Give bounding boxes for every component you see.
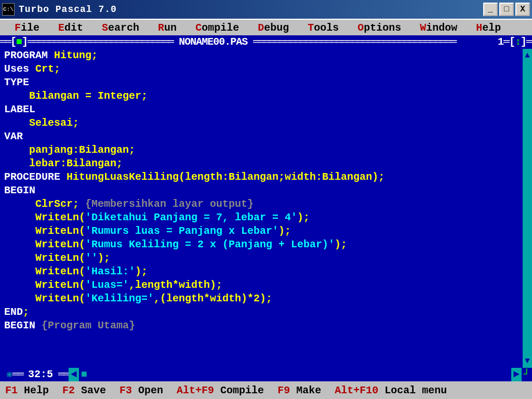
code-line: Bilangan = Integer;: [4, 89, 528, 103]
code-line: END;: [4, 305, 528, 319]
code-line: Selesai;: [4, 116, 528, 130]
editor-filename: NONAME00.PAS: [173, 35, 253, 49]
code-line: PROCEDURE HitungLuasKeliling(length:Bila…: [4, 170, 528, 184]
editor-area: ══[■]════════════════════════════ NONAME…: [0, 35, 532, 381]
status-make[interactable]: F9 Make: [277, 384, 321, 396]
status-save[interactable]: F2 Save: [62, 384, 106, 396]
title-text: Turbo Pascal 7.0: [19, 4, 483, 15]
maximize-editor-icon[interactable]: ↕: [515, 35, 521, 49]
menu-tools[interactable]: Tools: [298, 20, 348, 36]
window-controls: _ □ X: [483, 3, 530, 16]
menubar: File Edit Search Run Compile Debug Tools…: [0, 19, 532, 35]
app-icon: C:\: [2, 3, 15, 16]
menu-run[interactable]: Run: [149, 20, 186, 36]
resize-corner-icon[interactable]: ┘: [522, 368, 532, 381]
code-line: VAR: [4, 130, 528, 143]
menu-search[interactable]: Search: [92, 20, 149, 36]
code-line: WriteLn('Rumus Keliling = 2 x (Panjang +…: [4, 238, 528, 251]
status-help[interactable]: F1 Help: [5, 384, 49, 396]
code-line: lebar:Bilangan;: [4, 157, 528, 170]
editor-close-icon[interactable]: ■: [16, 35, 22, 49]
minimize-button[interactable]: _: [483, 3, 498, 16]
scroll-down-icon[interactable]: ▼: [525, 354, 530, 368]
vertical-scrollbar[interactable]: ▲ ■ ▼: [523, 49, 532, 368]
code-line: LABEL: [4, 103, 528, 116]
menu-file[interactable]: File: [5, 20, 49, 36]
editor-frame-top: ══[■]════════════════════════════ NONAME…: [0, 35, 532, 49]
code-line: ClrScr; {Membersihkan layar output}: [4, 197, 528, 211]
code-line: PROGRAM Hitung;: [4, 49, 528, 62]
scroll-up-icon[interactable]: ▲: [525, 49, 530, 62]
statusbar: F1 Help F2 Save F3 Open Alt+F9 Compile F…: [0, 381, 532, 399]
status-compile[interactable]: Alt+F9 Compile: [177, 384, 264, 396]
code-line: WriteLn('Hasil:');: [4, 265, 528, 278]
scroll-right-icon[interactable]: ►: [511, 368, 522, 381]
code-line: panjang:Bilangan;: [4, 143, 528, 157]
code-editor[interactable]: PROGRAM Hitung; Uses Crt; TYPE Bilangan …: [0, 49, 532, 368]
frame-line-icon: ══: [0, 35, 10, 49]
code-line: WriteLn('Luas=',length*width);: [4, 278, 528, 292]
window-number: 1: [498, 35, 503, 49]
status-open[interactable]: F3 Open: [119, 384, 163, 396]
editor-frame-bottom: ❋══ 32:5 ══◄■►┘: [0, 368, 532, 381]
code-line: WriteLn('Keliling=',(length*width)*2);: [4, 292, 528, 305]
status-localmenu[interactable]: Alt+F10 Local menu: [335, 384, 447, 396]
menu-window[interactable]: Window: [410, 20, 467, 36]
maximize-button[interactable]: □: [499, 3, 514, 16]
menu-compile[interactable]: Compile: [186, 20, 248, 36]
menu-edit[interactable]: Edit: [49, 20, 92, 36]
menu-options[interactable]: Options: [348, 20, 410, 36]
code-line: BEGIN {Program Utama}: [4, 319, 528, 332]
code-line: WriteLn('');: [4, 251, 528, 265]
titlebar[interactable]: C:\ Turbo Pascal 7.0 _ □ X: [0, 0, 532, 19]
code-line: WriteLn('Diketahui Panjang = 7, lebar = …: [4, 211, 528, 224]
app-window: C:\ Turbo Pascal 7.0 _ □ X File Edit Sea…: [0, 0, 532, 399]
code-line: Uses Crt;: [4, 62, 528, 76]
menu-debug[interactable]: Debug: [248, 20, 298, 36]
code-line: WriteLn('Rumurs luas = Panjang x Lebar')…: [4, 224, 528, 238]
scroll-left-icon[interactable]: ◄: [69, 368, 79, 381]
hscroll-thumb[interactable]: ■: [79, 368, 89, 381]
resize-handle-icon[interactable]: ❋: [0, 368, 12, 381]
close-button[interactable]: X: [515, 3, 530, 16]
code-line: TYPE: [4, 76, 528, 89]
code-line: BEGIN: [4, 184, 528, 197]
menu-help[interactable]: Help: [467, 20, 510, 36]
cursor-position: 32:5: [28, 368, 53, 381]
